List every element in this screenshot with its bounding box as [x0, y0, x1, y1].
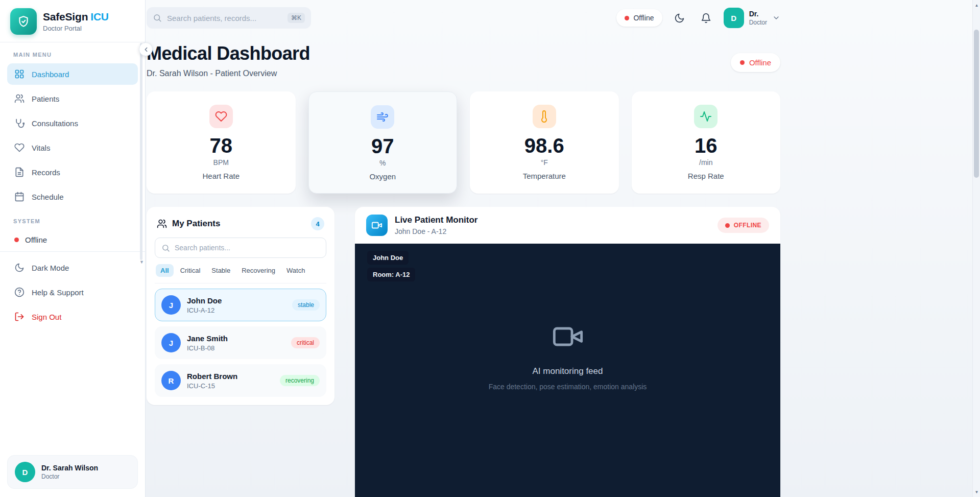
app-name-accent: ICU	[90, 11, 109, 22]
filter-recovering[interactable]: Recovering	[237, 264, 280, 277]
sidebar: SafeSignICU Doctor Portal MAIN MENU Dash…	[0, 0, 146, 497]
patient-count-badge: 4	[311, 217, 324, 230]
app-title: SafeSignICU	[43, 11, 109, 23]
vital-value: 78	[157, 134, 285, 157]
offline-dot-icon	[625, 16, 629, 20]
main-menu-label: MAIN MENU	[0, 42, 145, 62]
scroll-up-arrow-icon[interactable]: ▲	[973, 1, 980, 9]
vital-card-oxygen[interactable]: 97 % Oxygen	[308, 91, 458, 194]
panel-title: My Patients	[172, 219, 220, 229]
sidebar-collapse-button[interactable]	[139, 42, 153, 56]
filter-critical[interactable]: Critical	[176, 264, 205, 277]
search-icon	[161, 244, 170, 252]
scroll-down-arrow-icon[interactable]: ▼	[973, 488, 980, 496]
scrollbar-thumb[interactable]	[974, 30, 979, 178]
filter-watch[interactable]: Watch	[282, 264, 309, 277]
avatar: J	[161, 295, 181, 315]
thermometer-icon	[533, 105, 556, 128]
heart-icon	[14, 143, 25, 153]
vital-card-temperature[interactable]: 98.6 °F Temperature	[470, 91, 619, 194]
patient-room: ICU-B-08	[187, 344, 228, 352]
avatar: J	[161, 333, 181, 352]
sidebar-user-card[interactable]: D Dr. Sarah Wilson Doctor	[7, 455, 138, 489]
vital-unit: °F	[480, 158, 609, 167]
notifications-button[interactable]	[697, 9, 715, 27]
connection-status-label: Offline	[633, 14, 654, 22]
dark-mode-button[interactable]	[671, 9, 689, 27]
vital-value: 98.6	[480, 134, 609, 157]
sidebar-item-label: Schedule	[32, 193, 64, 201]
heart-icon	[209, 105, 233, 128]
sidebar-item-consultations[interactable]: Consultations	[7, 112, 138, 134]
global-search[interactable]: ⌘K	[147, 7, 311, 29]
sidebar-item-label: Patients	[32, 94, 59, 103]
sidebar-item-patients[interactable]: Patients	[7, 88, 138, 109]
system-label: SYSTEM	[0, 209, 145, 228]
activity-icon	[694, 105, 718, 128]
sidebar-item-label: Dashboard	[32, 70, 69, 79]
vital-card-heart-rate[interactable]: 78 BPM Heart Rate	[147, 91, 296, 194]
avatar: R	[161, 371, 181, 390]
file-icon	[14, 167, 25, 177]
sidebar-item-label: Records	[32, 168, 60, 177]
page-title: Medical Dashboard	[147, 43, 310, 64]
search-input[interactable]	[167, 14, 282, 22]
patient-filters: All Critical Stable Recovering Watch	[155, 258, 326, 283]
brand: SafeSignICU Doctor Portal	[0, 0, 145, 42]
patient-row[interactable]: J Jane Smith ICU-B-08 critical	[155, 326, 326, 359]
live-monitor-panel: Live Patient Monitor John Doe - A-12 OFF…	[355, 207, 780, 497]
sidebar-item-records[interactable]: Records	[7, 161, 138, 183]
page-header: Medical Dashboard Dr. Sarah Wilson - Pat…	[147, 43, 780, 78]
offline-dot-icon	[725, 223, 730, 228]
scroll-down-arrow-icon[interactable]: ▼	[139, 259, 144, 265]
monitor-status-pill: OFFLINE	[718, 218, 769, 233]
my-patients-panel: My Patients 4 All Critical Stable Recove…	[147, 207, 334, 405]
chevron-down-icon	[772, 14, 780, 22]
calendar-icon	[14, 192, 25, 202]
app-subtitle: Doctor Portal	[43, 25, 109, 32]
vitals-grid: 78 BPM Heart Rate 97 % Oxygen 98.6 °F Te…	[147, 91, 780, 194]
divider	[0, 251, 145, 252]
keyboard-shortcut-badge: ⌘K	[288, 13, 305, 23]
moon-icon	[14, 263, 25, 273]
header-status-pill: Offline	[731, 53, 780, 72]
help-support-item[interactable]: Help & Support	[7, 281, 138, 303]
patient-search[interactable]	[155, 238, 326, 258]
page-scrollbar[interactable]: ▲ ▼	[972, 0, 980, 497]
filter-stable[interactable]: Stable	[207, 264, 235, 277]
feed-subtitle: Face detection, pose estimation, emotion…	[355, 383, 780, 391]
system-status-label: Offline	[25, 235, 47, 244]
dark-mode-toggle[interactable]: Dark Mode	[7, 257, 138, 278]
system-status: Offline	[7, 230, 138, 250]
vital-label: Temperature	[480, 172, 609, 180]
filter-all[interactable]: All	[156, 264, 174, 277]
help-support-label: Help & Support	[32, 288, 84, 297]
patient-row[interactable]: R Robert Brown ICU-C-15 recovering	[155, 364, 326, 397]
patient-room: ICU-C-15	[187, 382, 237, 390]
sidebar-scrollbar[interactable]	[140, 43, 142, 260]
sidebar-item-vitals[interactable]: Vitals	[7, 137, 138, 158]
sidebar-item-label: Consultations	[32, 119, 78, 128]
feed-title: AI monitoring feed	[355, 366, 780, 376]
page-subtitle: Dr. Sarah Wilson - Patient Overview	[147, 69, 310, 78]
video-feed[interactable]: John Doe Room: A-12 AI monitoring feed F…	[355, 244, 780, 497]
avatar: D	[15, 462, 35, 482]
vital-card-resp-rate[interactable]: 16 /min Resp Rate	[632, 91, 781, 194]
wind-icon	[371, 105, 394, 129]
sign-out-button[interactable]: Sign Out	[7, 306, 138, 327]
users-icon	[157, 219, 167, 229]
camera-icon	[552, 320, 584, 353]
help-icon	[14, 287, 25, 297]
topbar: ⌘K Offline D Dr. Doctor	[147, 0, 780, 36]
patient-row[interactable]: J John Doe ICU-A-12 stable	[155, 289, 326, 321]
status-badge: recovering	[280, 375, 320, 386]
patient-search-input[interactable]	[175, 244, 320, 252]
vital-label: Heart Rate	[157, 172, 285, 180]
app-name: SafeSign	[43, 11, 88, 22]
monitor-status-label: OFFLINE	[734, 222, 761, 229]
user-menu[interactable]: D Dr. Doctor	[724, 8, 780, 28]
sidebar-item-schedule[interactable]: Schedule	[7, 186, 138, 207]
connection-status-pill: Offline	[616, 9, 662, 27]
sidebar-item-dashboard[interactable]: Dashboard	[7, 63, 138, 85]
moon-icon	[674, 13, 685, 23]
